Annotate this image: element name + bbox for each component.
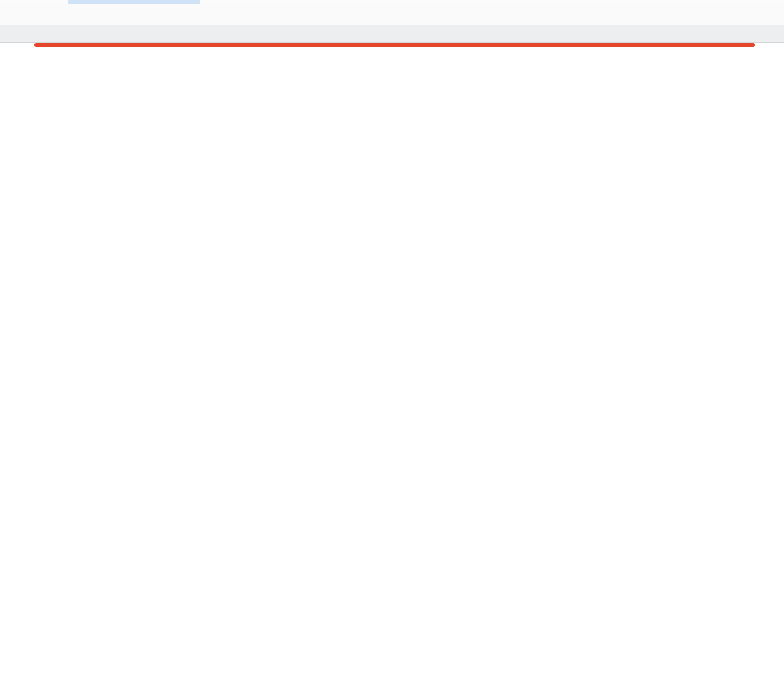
annotation-highlight-box — [34, 43, 755, 47]
breadcrumb — [0, 4, 784, 25]
sticky-function-header[interactable] — [0, 25, 784, 43]
active-tab-indicator[interactable] — [68, 0, 200, 4]
tab-strip — [0, 0, 784, 4]
